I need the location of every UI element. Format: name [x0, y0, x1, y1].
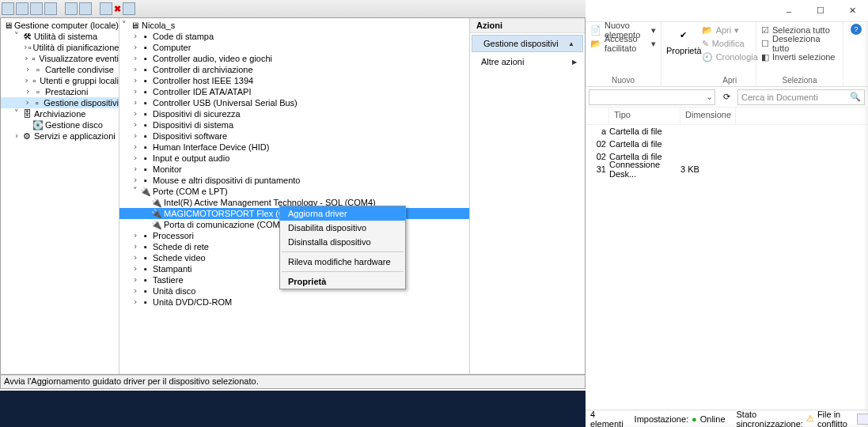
- tree-item[interactable]: ›▫Utenti e gruppi locali: [1, 75, 119, 86]
- tree-item[interactable]: ›▫Visualizzatore eventi: [1, 53, 119, 64]
- expand-toggle[interactable]: ›: [23, 86, 32, 97]
- tree-item[interactable]: ›▫Cartelle condivise: [1, 64, 119, 75]
- deselect-all-button[interactable]: ☐ Deseleziona tutto: [761, 37, 838, 50]
- actions-other[interactable]: Altre azioni▶: [470, 54, 585, 70]
- tree-item[interactable]: 💽Gestione disco: [1, 119, 119, 130]
- expand-toggle[interactable]: ˅: [12, 108, 21, 119]
- view-toggle[interactable]: [857, 414, 868, 425]
- ctx-properties[interactable]: Proprietà: [280, 274, 405, 289]
- device-category[interactable]: ›▪Computer: [119, 42, 469, 53]
- expand-toggle[interactable]: ›: [131, 230, 140, 241]
- status-bar: Avvia l'Aggiornamento guidato driver per…: [0, 375, 586, 389]
- address-bar[interactable]: ⌄: [589, 89, 715, 105]
- tree-item[interactable]: ›▫Prestazioni: [1, 86, 119, 97]
- list-item[interactable]: 31Connessione Desk...3 KB: [586, 163, 868, 176]
- label: Mouse e altri dispositivi di puntamento: [153, 175, 300, 186]
- tree-item[interactable]: ›▫Gestione dispositivi: [1, 97, 119, 108]
- device-category[interactable]: ›▪Dispositivi di sicurezza: [119, 108, 469, 119]
- expand-toggle[interactable]: ›: [131, 86, 140, 97]
- ctx-update-driver[interactable]: Aggiorna driver: [280, 206, 405, 221]
- invert-selection-button[interactable]: ◧ Inverti selezione: [761, 51, 838, 63]
- device-category[interactable]: ›▪Controller audio, video e giochi: [119, 53, 469, 64]
- expand-toggle[interactable]: ›: [131, 97, 140, 108]
- expand-toggle[interactable]: ›: [131, 142, 140, 153]
- expand-toggle[interactable]: ˅: [12, 31, 21, 42]
- device-icon: ▪: [140, 120, 151, 130]
- expand-toggle[interactable]: ›: [131, 130, 140, 142]
- toolbar-icon[interactable]: [30, 2, 43, 15]
- toolbar-icon[interactable]: [16, 2, 28, 15]
- expand-toggle[interactable]: ›: [23, 64, 32, 75]
- expand-toggle[interactable]: ›: [131, 175, 140, 186]
- expand-toggle[interactable]: ›: [12, 130, 21, 142]
- list-item[interactable]: aCartella di file: [586, 125, 868, 138]
- expand-toggle[interactable]: ›: [131, 263, 140, 274]
- expand-toggle[interactable]: ›: [131, 42, 140, 53]
- delete-icon[interactable]: ✖: [114, 4, 121, 14]
- search-input[interactable]: Cerca in Documenti🔍: [737, 89, 865, 105]
- expand-toggle[interactable]: ›: [131, 153, 140, 164]
- device-host[interactable]: ˅🖥Nicola_s: [119, 20, 469, 31]
- refresh-icon[interactable]: ⟳: [718, 92, 734, 102]
- tree-services[interactable]: ›⚙Servizi e applicazioni: [1, 130, 119, 142]
- device-category[interactable]: ›▪Human Interface Device (HID): [119, 142, 469, 153]
- list-item[interactable]: 02Cartella di file: [586, 138, 868, 150]
- device-category[interactable]: ›▪Controller IDE ATA/ATAPI: [119, 86, 469, 97]
- toolbar-icon[interactable]: [100, 2, 112, 15]
- device-category[interactable]: ›▪Mouse e altri dispositivi di puntament…: [119, 175, 469, 186]
- device-category[interactable]: ›▪Controller di archiviazione: [119, 64, 469, 75]
- device-category[interactable]: ›▪Code di stampa: [119, 31, 469, 42]
- expand-toggle[interactable]: ›: [131, 252, 140, 263]
- easy-access-button[interactable]: 📂 Accesso facilitato ▾: [590, 37, 656, 50]
- expand-toggle[interactable]: ˅: [131, 186, 140, 197]
- column-headers[interactable]: Tipo Dimensione: [586, 108, 868, 125]
- toolbar-icon[interactable]: [44, 2, 57, 15]
- expand-toggle[interactable]: ›: [131, 75, 140, 86]
- device-category[interactable]: ›▪Monitor: [119, 164, 469, 175]
- toolbar-icon[interactable]: [79, 2, 92, 15]
- properties-button[interactable]: ✔ Proprietà: [666, 24, 702, 55]
- expand-toggle[interactable]: ›: [131, 164, 140, 175]
- expand-toggle[interactable]: ›: [131, 297, 140, 308]
- ctx-disable-device[interactable]: Disabilita dispositivo: [280, 221, 405, 235]
- tree-utilities[interactable]: ˅🛠Utilità di sistema: [1, 31, 119, 42]
- col-type[interactable]: Tipo: [609, 108, 680, 124]
- ctx-scan-hardware[interactable]: Rileva modifiche hardware: [280, 255, 405, 269]
- help-icon[interactable]: ?: [851, 24, 862, 35]
- device-category[interactable]: ›▪Controller USB (Universal Serial Bus): [119, 97, 469, 108]
- label: Code di stampa: [153, 31, 214, 42]
- expand-toggle[interactable]: ›: [23, 42, 28, 53]
- device-icon: ▪: [140, 231, 151, 240]
- expand-toggle[interactable]: ›: [131, 285, 140, 297]
- toolbar-icon[interactable]: [123, 2, 135, 15]
- expand-toggle[interactable]: ˅: [119, 20, 129, 31]
- ctx-uninstall-device[interactable]: Disinstalla dispositivo: [280, 235, 405, 249]
- expand-toggle[interactable]: ›: [131, 119, 140, 130]
- expand-toggle[interactable]: ›: [131, 108, 140, 119]
- device-category[interactable]: ›▪Unità DVD/CD-ROM: [119, 297, 469, 308]
- toolbar-icon[interactable]: [65, 2, 78, 15]
- device-category-ports[interactable]: ˅🔌Porte (COM e LPT): [119, 186, 469, 197]
- col-size[interactable]: Dimensione: [680, 108, 736, 124]
- expand-toggle[interactable]: ›: [131, 274, 140, 285]
- toolbar-icon[interactable]: [2, 2, 14, 15]
- tree-storage[interactable]: ˅🗄Archiviazione: [1, 108, 119, 119]
- expand-toggle[interactable]: ›: [23, 75, 30, 86]
- device-category[interactable]: ›▪Dispositivi di sistema: [119, 119, 469, 130]
- device-category[interactable]: ›▪Controller host IEEE 1394: [119, 75, 469, 86]
- tree-item[interactable]: ›▫Utilità di pianificazione: [1, 42, 119, 53]
- expand-toggle[interactable]: ›: [131, 31, 140, 42]
- minimize-button[interactable]: –: [773, 0, 805, 22]
- chevron-down-icon[interactable]: ⌄: [706, 92, 713, 102]
- expand-toggle[interactable]: ›: [131, 64, 140, 75]
- expand-toggle[interactable]: ›: [131, 53, 140, 64]
- expand-toggle[interactable]: ›: [23, 97, 32, 108]
- device-category[interactable]: ›▪Input e output audio: [119, 153, 469, 164]
- expand-toggle[interactable]: ›: [131, 241, 140, 252]
- actions-main[interactable]: Gestione dispositivi▲: [472, 35, 583, 52]
- maximize-button[interactable]: ☐: [805, 0, 836, 22]
- tree-root[interactable]: 🖥Gestione computer (locale): [1, 20, 119, 31]
- close-button[interactable]: ✕: [836, 0, 868, 22]
- expand-toggle[interactable]: ›: [23, 53, 29, 64]
- device-category[interactable]: ›▪Dispositivi software: [119, 130, 469, 142]
